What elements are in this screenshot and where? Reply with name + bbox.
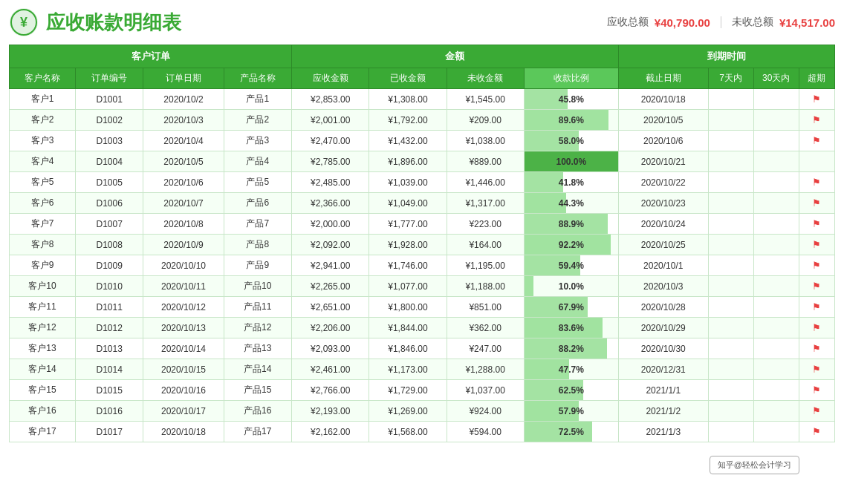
cell-deadline: 2020/10/1 bbox=[618, 255, 708, 276]
summary-divider bbox=[721, 16, 721, 28]
cell-customer: 客户8 bbox=[10, 235, 76, 255]
cell-unreceived: ¥1,038.00 bbox=[447, 131, 524, 151]
cell-deadline: 2020/12/31 bbox=[618, 359, 708, 380]
flag-icon: ⚑ bbox=[812, 94, 821, 105]
ratio-text: 44.3% bbox=[559, 198, 584, 209]
cell-7days bbox=[708, 380, 753, 401]
cell-ratio: 88.2% bbox=[524, 338, 618, 359]
cell-7days bbox=[708, 235, 753, 255]
cell-order-no: D1016 bbox=[75, 401, 143, 422]
cell-product: 产品13 bbox=[224, 338, 292, 359]
ratio-text: 41.8% bbox=[559, 177, 584, 188]
ratio-text: 58.0% bbox=[559, 136, 584, 146]
cell-ratio: 57.9% bbox=[524, 401, 618, 422]
cell-unreceived: ¥594.00 bbox=[447, 422, 524, 442]
cell-overdue: ⚑ bbox=[799, 401, 834, 422]
cell-overdue: ⚑ bbox=[799, 131, 834, 151]
cell-receivable: ¥2,162.00 bbox=[292, 422, 369, 442]
cell-deadline: 2020/10/29 bbox=[618, 318, 708, 338]
cell-overdue: ⚑ bbox=[799, 276, 834, 297]
cell-received: ¥1,846.00 bbox=[369, 338, 447, 359]
cell-received: ¥1,308.00 bbox=[369, 89, 447, 110]
cell-deadline: 2020/10/30 bbox=[618, 338, 708, 359]
cell-30days bbox=[753, 297, 799, 318]
cell-ratio: 92.2% bbox=[524, 235, 618, 255]
cell-ratio: 45.8% bbox=[524, 89, 618, 110]
table-row: 客户12D10122020/10/13产品12¥2,206.00¥1,844.0… bbox=[10, 318, 835, 338]
table-row: 客户8D10082020/10/9产品8¥2,092.00¥1,928.00¥1… bbox=[10, 235, 835, 255]
cell-order-date: 2020/10/15 bbox=[143, 359, 224, 380]
cell-ratio: 100.0% bbox=[524, 151, 618, 172]
cell-order-no: D1012 bbox=[75, 318, 143, 338]
cell-customer: 客户6 bbox=[10, 193, 76, 214]
cell-order-date: 2020/10/16 bbox=[143, 380, 224, 401]
cell-order-no: D1004 bbox=[75, 151, 143, 172]
cell-order-date: 2020/10/18 bbox=[143, 422, 224, 442]
cell-customer: 客户14 bbox=[10, 359, 76, 380]
cell-deadline: 2020/10/5 bbox=[618, 110, 708, 131]
ratio-text: 89.6% bbox=[559, 115, 584, 125]
cell-7days bbox=[708, 422, 753, 442]
cell-30days bbox=[753, 151, 799, 172]
cell-order-no: D1008 bbox=[75, 235, 143, 255]
cell-customer: 客户9 bbox=[10, 255, 76, 276]
unreceived-label: 未收总额 bbox=[732, 16, 773, 29]
cell-deadline: 2021/1/3 bbox=[618, 422, 708, 442]
cell-30days bbox=[753, 110, 799, 131]
cell-overdue: ⚑ bbox=[799, 380, 834, 401]
cell-receivable: ¥2,093.00 bbox=[292, 338, 369, 359]
cell-received: ¥1,269.00 bbox=[369, 401, 447, 422]
table-row: 客户17D10172020/10/18产品17¥2,162.00¥1,568.0… bbox=[10, 422, 835, 442]
flag-icon: ⚑ bbox=[812, 281, 821, 292]
cell-deadline: 2020/10/24 bbox=[618, 214, 708, 235]
cell-customer: 客户17 bbox=[10, 422, 76, 442]
cell-order-date: 2020/10/10 bbox=[143, 255, 224, 276]
receivable-value: ¥40,790.00 bbox=[655, 16, 710, 29]
cell-7days bbox=[708, 359, 753, 380]
flag-icon: ⚑ bbox=[812, 405, 821, 416]
cell-product: 产品16 bbox=[224, 401, 292, 422]
cell-order-date: 2020/10/5 bbox=[143, 151, 224, 172]
ratio-text: 88.9% bbox=[559, 219, 584, 229]
cell-overdue: ⚑ bbox=[799, 193, 834, 214]
group-expire: 到期时间 bbox=[618, 45, 834, 68]
cell-order-no: D1014 bbox=[75, 359, 143, 380]
cell-deadline: 2020/10/23 bbox=[618, 193, 708, 214]
cell-ratio: 89.6% bbox=[524, 110, 618, 131]
cell-30days bbox=[753, 172, 799, 193]
cell-order-no: D1003 bbox=[75, 131, 143, 151]
ratio-text: 72.5% bbox=[559, 427, 584, 437]
cell-30days bbox=[753, 401, 799, 422]
table-row: 客户10D10102020/10/11产品10¥2,265.00¥1,077.0… bbox=[10, 276, 835, 297]
cell-ratio: 72.5% bbox=[524, 422, 618, 442]
cell-product: 产品5 bbox=[224, 172, 292, 193]
main-table: 客户订单 金额 到期时间 客户名称 订单编号 订单日期 产品名称 应收金额 已收… bbox=[9, 45, 835, 442]
cell-overdue: ⚑ bbox=[799, 89, 834, 110]
cell-order-no: D1017 bbox=[75, 422, 143, 442]
cell-ratio: 59.4% bbox=[524, 255, 618, 276]
cell-order-no: D1011 bbox=[75, 297, 143, 318]
col-customer-name: 客户名称 bbox=[10, 68, 76, 89]
table-row: 客户3D10032020/10/4产品3¥2,470.00¥1,432.00¥1… bbox=[10, 131, 835, 151]
cell-received: ¥1,173.00 bbox=[369, 359, 447, 380]
col-received: 已收金额 bbox=[369, 68, 447, 89]
cell-received: ¥1,729.00 bbox=[369, 380, 447, 401]
cell-order-date: 2020/10/4 bbox=[143, 131, 224, 151]
flag-icon: ⚑ bbox=[812, 343, 821, 354]
cell-receivable: ¥2,193.00 bbox=[292, 401, 369, 422]
table-row: 客户4D10042020/10/5产品4¥2,785.00¥1,896.00¥8… bbox=[10, 151, 835, 172]
cell-deadline: 2021/1/2 bbox=[618, 401, 708, 422]
cell-order-no: D1006 bbox=[75, 193, 143, 214]
cell-received: ¥1,928.00 bbox=[369, 235, 447, 255]
flag-icon: ⚑ bbox=[812, 301, 821, 312]
flag-icon: ⚑ bbox=[812, 426, 821, 437]
cell-30days bbox=[753, 255, 799, 276]
table-row: 客户11D10112020/10/12产品11¥2,651.00¥1,800.0… bbox=[10, 297, 835, 318]
cell-order-no: D1010 bbox=[75, 276, 143, 297]
flag-icon: ⚑ bbox=[812, 322, 821, 333]
cell-unreceived: ¥1,195.00 bbox=[447, 255, 524, 276]
cell-unreceived: ¥1,317.00 bbox=[447, 193, 524, 214]
cell-received: ¥1,568.00 bbox=[369, 422, 447, 442]
flag-icon: ⚑ bbox=[812, 114, 821, 125]
cell-30days bbox=[753, 318, 799, 338]
